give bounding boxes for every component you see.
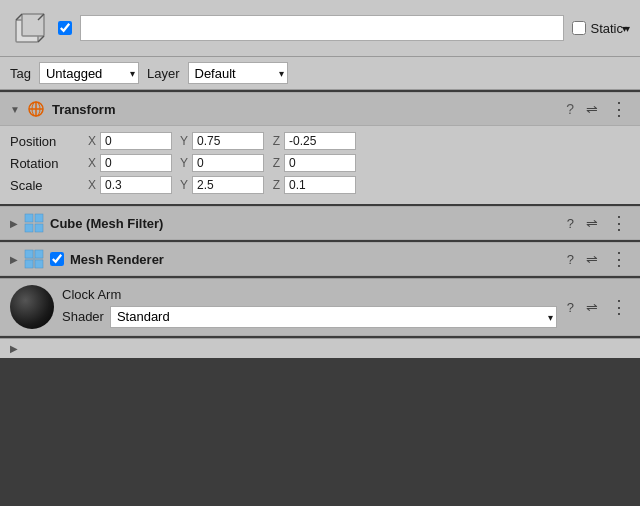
material-actions: ? ⇌ ⋮ bbox=[565, 298, 630, 316]
cube-mesh-help-button[interactable]: ? bbox=[565, 216, 576, 231]
mesh-renderer-settings-button[interactable]: ⇌ bbox=[584, 251, 600, 267]
position-row: Position X Y Z bbox=[10, 132, 630, 150]
material-more-button[interactable]: ⋮ bbox=[608, 298, 630, 316]
transform-section: ▼ Transform ? ⇌ ⋮ Position bbox=[0, 92, 640, 204]
cube-mesh-dots-icon: ⋮ bbox=[610, 214, 628, 232]
material-preview-ball bbox=[10, 285, 54, 329]
mesh-renderer-sliders-icon: ⇌ bbox=[586, 251, 598, 267]
rot-z-label: Z bbox=[268, 156, 280, 170]
sliders-icon: ⇌ bbox=[586, 101, 598, 117]
question-mark-icon: ? bbox=[566, 101, 574, 117]
position-z-input[interactable] bbox=[284, 132, 356, 150]
tag-layer-row: Tag Untagged Layer Default bbox=[0, 57, 640, 90]
mesh-renderer-actions: ? ⇌ ⋮ bbox=[565, 250, 630, 268]
cube-mesh-title: Cube (Mesh Filter) bbox=[50, 216, 559, 231]
svg-rect-12 bbox=[35, 224, 43, 232]
material-sliders-icon: ⇌ bbox=[586, 299, 598, 315]
mesh-renderer-checkbox[interactable] bbox=[50, 252, 64, 266]
transform-icon bbox=[26, 99, 46, 119]
svg-rect-9 bbox=[25, 214, 33, 222]
dots-vertical-icon: ⋮ bbox=[610, 100, 628, 118]
svg-rect-15 bbox=[25, 260, 33, 268]
svg-line-4 bbox=[38, 36, 44, 42]
rotation-xyz: X Y Z bbox=[84, 154, 630, 172]
cube-mesh-question-icon: ? bbox=[567, 216, 574, 231]
object-name-input[interactable]: Hours Arm bbox=[80, 15, 564, 41]
mesh-renderer-question-icon: ? bbox=[567, 252, 574, 267]
mesh-renderer-section[interactable]: ▶ Mesh Renderer ? ⇌ ⋮ bbox=[0, 242, 640, 276]
pos-z-label: Z bbox=[268, 134, 280, 148]
shader-row: Shader Standard bbox=[62, 306, 557, 328]
svg-line-2 bbox=[16, 14, 22, 20]
position-x-input[interactable] bbox=[100, 132, 172, 150]
rotation-y-input[interactable] bbox=[192, 154, 264, 172]
transform-content: Position X Y Z Rotation X Y Z bbox=[0, 126, 640, 204]
rot-y-label: Y bbox=[176, 156, 188, 170]
mesh-renderer-dots-icon: ⋮ bbox=[610, 250, 628, 268]
scale-x-input[interactable] bbox=[100, 176, 172, 194]
static-label-wrapper: Static ▾ bbox=[572, 21, 630, 36]
tag-label: Tag bbox=[10, 66, 31, 81]
position-label: Position bbox=[10, 134, 80, 149]
cube-mesh-icon bbox=[24, 213, 44, 233]
scale-y-label: Y bbox=[176, 178, 188, 192]
cube-mesh-more-button[interactable]: ⋮ bbox=[608, 214, 630, 232]
material-name: Clock Arm bbox=[62, 287, 557, 302]
scale-x-label: X bbox=[84, 178, 96, 192]
cube-mesh-section[interactable]: ▶ Cube (Mesh Filter) ? ⇌ ⋮ bbox=[0, 206, 640, 240]
mesh-renderer-arrow-icon[interactable]: ▶ bbox=[10, 254, 18, 265]
svg-rect-11 bbox=[25, 224, 33, 232]
transform-section-header[interactable]: ▼ Transform ? ⇌ ⋮ bbox=[0, 92, 640, 126]
transform-title: Transform bbox=[52, 102, 558, 117]
cube-mesh-settings-button[interactable]: ⇌ bbox=[584, 215, 600, 231]
layer-select[interactable]: Default bbox=[188, 62, 288, 84]
static-dropdown-wrapper[interactable]: Static ▾ bbox=[590, 21, 630, 36]
material-help-button[interactable]: ? bbox=[565, 300, 576, 315]
mesh-renderer-help-button[interactable]: ? bbox=[565, 252, 576, 267]
scale-xyz: X Y Z bbox=[84, 176, 630, 194]
scale-label: Scale bbox=[10, 178, 80, 193]
material-settings-button[interactable]: ⇌ bbox=[584, 299, 600, 315]
mesh-renderer-title: Mesh Renderer bbox=[70, 252, 559, 267]
transform-help-button[interactable]: ? bbox=[564, 101, 576, 117]
footer-section[interactable]: ▶ bbox=[0, 338, 640, 358]
scale-row: Scale X Y Z bbox=[10, 176, 630, 194]
static-checkbox[interactable] bbox=[572, 21, 586, 35]
rotation-z-input[interactable] bbox=[284, 154, 356, 172]
rotation-row: Rotation X Y Z bbox=[10, 154, 630, 172]
cube-mesh-arrow-icon[interactable]: ▶ bbox=[10, 218, 18, 229]
active-checkbox-wrapper[interactable] bbox=[58, 21, 72, 35]
rotation-x-input[interactable] bbox=[100, 154, 172, 172]
static-chevron-icon: ▾ bbox=[625, 23, 630, 34]
static-text: Static bbox=[590, 21, 623, 36]
material-dots-icon: ⋮ bbox=[610, 298, 628, 316]
cube-mesh-actions: ? ⇌ ⋮ bbox=[565, 214, 630, 232]
shader-select[interactable]: Standard bbox=[110, 306, 557, 328]
transform-actions: ? ⇌ ⋮ bbox=[564, 100, 630, 118]
shader-select-wrapper[interactable]: Standard bbox=[110, 306, 557, 328]
rotation-label: Rotation bbox=[10, 156, 80, 171]
tag-select[interactable]: Untagged bbox=[39, 62, 139, 84]
pos-y-label: Y bbox=[176, 134, 188, 148]
material-question-icon: ? bbox=[567, 300, 574, 315]
scale-z-label: Z bbox=[268, 178, 280, 192]
transform-settings-button[interactable]: ⇌ bbox=[584, 101, 600, 117]
position-y-input[interactable] bbox=[192, 132, 264, 150]
pos-x-label: X bbox=[84, 134, 96, 148]
svg-rect-10 bbox=[35, 214, 43, 222]
active-checkbox[interactable] bbox=[58, 21, 72, 35]
scale-y-input[interactable] bbox=[192, 176, 264, 194]
transform-arrow-icon[interactable]: ▼ bbox=[10, 104, 20, 115]
position-xyz: X Y Z bbox=[84, 132, 630, 150]
layer-dropdown-wrapper[interactable]: Default bbox=[188, 62, 288, 84]
material-header: Clock Arm Shader Standard ? ⇌ ⋮ bbox=[0, 279, 640, 336]
scale-z-input[interactable] bbox=[284, 176, 356, 194]
transform-more-button[interactable]: ⋮ bbox=[608, 100, 630, 118]
tag-dropdown-wrapper[interactable]: Untagged bbox=[39, 62, 139, 84]
material-info: Clock Arm Shader Standard bbox=[62, 287, 557, 328]
material-section: Clock Arm Shader Standard ? ⇌ ⋮ bbox=[0, 278, 640, 336]
object-icon bbox=[10, 8, 50, 48]
mesh-renderer-more-button[interactable]: ⋮ bbox=[608, 250, 630, 268]
svg-rect-16 bbox=[35, 260, 43, 268]
svg-rect-13 bbox=[25, 250, 33, 258]
